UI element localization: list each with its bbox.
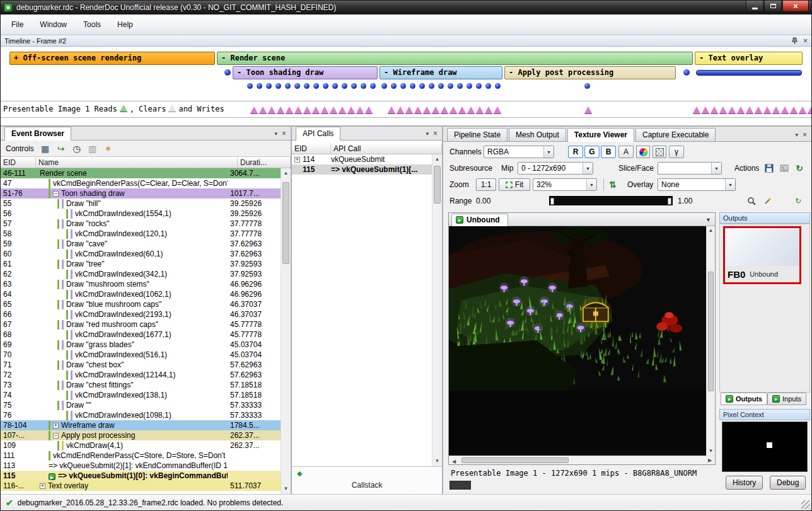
timeline-marker-bar[interactable]: - Apply post processing [504,66,676,79]
draw-event-dot[interactable] [370,83,376,89]
minimize-button[interactable] [746,1,763,12]
event-row[interactable]: 71Draw "chest box"57.62963 [1,360,281,370]
scroll-left-icon[interactable]: ◀ [449,457,459,466]
expander-icon[interactable]: − [53,191,59,197]
refresh-icon[interactable]: ↻ [792,162,806,175]
draw-event-dot[interactable] [438,83,444,89]
write-marker-icon[interactable] [414,106,422,113]
pin-icon[interactable] [791,37,798,45]
write-marker-icon[interactable] [808,106,811,113]
range-black-handle[interactable] [550,198,554,205]
column-eid[interactable]: EID [1,157,36,168]
event-row[interactable]: 60vkCmdDrawIndexed(60,1)37.62963 [1,249,281,259]
texture-viewport[interactable] [449,226,706,456]
event-row[interactable]: 67Draw "red mushroom caps"45.77778 [1,319,281,330]
write-marker-icon[interactable] [799,106,806,113]
write-marker-icon[interactable] [763,106,771,113]
event-row[interactable]: 69Draw "grass blades"45.03704 [1,340,281,350]
write-marker-icon[interactable] [388,106,395,113]
event-span-bar[interactable] [696,70,802,76]
draw-event-dot[interactable] [224,69,231,76]
write-marker-icon[interactable] [755,106,762,113]
draw-event-dot[interactable] [467,83,472,89]
event-row[interactable]: 74vkCmdDrawIndexed(138,1)57.18518 [1,390,281,400]
autofit-wand-icon[interactable] [761,195,775,207]
expander-icon[interactable]: − [53,433,59,439]
tab-inputs[interactable]: ▸Inputs [767,393,806,405]
event-row[interactable]: 56vkCmdDrawIndexed(1554,1)39.25926 [1,209,281,219]
event-row[interactable]: 58vkCmdDrawIndexed(120,1)37.77778 [1,229,281,239]
draw-event-dot[interactable] [332,83,338,89]
write-marker-icon[interactable] [423,106,431,113]
api-call-row[interactable]: 115=> vkQueueSubmit(1)[... [292,164,432,175]
write-marker-icon[interactable] [312,106,320,113]
write-marker-icon[interactable] [693,106,700,113]
write-marker-icon[interactable] [347,106,355,113]
zoom-1to1-button[interactable]: 1:1 [476,178,496,191]
expander-icon[interactable]: + [294,157,300,163]
write-marker-icon[interactable] [277,106,284,113]
draw-event-dot[interactable] [351,83,357,89]
draw-event-dot[interactable] [400,83,406,89]
channel-r-button[interactable]: R [568,146,583,158]
draw-event-dot[interactable] [276,83,281,89]
event-browser-menu-icon[interactable]: ▾ [274,130,277,137]
write-marker-icon[interactable] [268,106,276,113]
timeline-marker-bar[interactable]: - Render scene [217,52,693,65]
timeline-content[interactable]: Presentable Image 1 Reads, Clearsand Wri… [1,47,811,125]
write-marker-icon[interactable] [790,106,798,113]
menu-help[interactable]: Help [109,17,141,32]
draw-event-dot[interactable] [683,69,690,76]
event-row[interactable]: 62vkCmdDrawIndexed(342,1)37.92593 [1,269,281,279]
scroll-right-icon[interactable]: ▶ [705,456,715,465]
time-draws-icon[interactable]: ◷ [71,143,83,154]
tab-event-browser[interactable]: Event Browser [4,127,71,141]
scroll-down-icon[interactable]: ▼ [432,456,442,466]
expander-icon[interactable]: + [53,423,59,428]
timeline-marker-bar[interactable]: - Toon shading draw [233,66,378,79]
scrollbar-thumb[interactable] [461,457,569,463]
api-calls-menu-icon[interactable]: ▾ [426,130,429,137]
write-marker-icon[interactable] [294,106,302,113]
draw-event-dot[interactable] [257,83,262,89]
column-api-call[interactable]: API Call [331,143,442,154]
event-row[interactable]: 78-104+Wireframe draw1784.5... [1,420,281,430]
resize-grip[interactable] [801,500,810,509]
timeline-marker-bar[interactable]: - Text overlay [695,52,803,65]
write-marker-icon[interactable] [339,106,346,113]
texture-hscrollbar[interactable]: ◀ ▶ [449,456,715,464]
write-marker-icon[interactable] [772,106,780,113]
tab-mesh-output[interactable]: Mesh Output [509,128,566,141]
event-row[interactable]: 76vkCmdDrawIndexed(1098,1)57.33333 [1,410,281,420]
event-row[interactable]: 47vkCmdBeginRenderPass(C=Clear, D=Clear,… [1,178,281,188]
fit-button[interactable]: Fit [499,178,530,191]
draw-event-dot[interactable] [476,83,482,89]
write-marker-icon[interactable] [728,106,736,113]
draw-event-dot[interactable] [285,83,291,89]
event-row[interactable]: 115▶=> vkQueueSubmit(1)[0]: vkBeginComma… [1,471,281,481]
jump-to-event-icon[interactable]: ↪ [55,143,67,154]
channel-g-button[interactable]: G [584,146,600,158]
reset-range-icon[interactable]: ↻ [791,195,805,207]
event-row[interactable]: 111vkCmdEndRenderPass(C=Store, D=Store, … [1,451,281,461]
slice-face-dropdown[interactable]: ▼ [658,162,722,175]
event-row[interactable]: 65Draw "blue mushroom caps"46.37037 [1,299,281,309]
range-slider[interactable] [549,196,673,205]
timeline-close-icon[interactable]: × [803,37,808,45]
event-row[interactable]: 66vkCmdDrawIndexed(2193,1)46.37037 [1,309,281,319]
menu-file[interactable]: File [3,17,32,32]
write-marker-icon[interactable] [259,106,267,113]
write-marker-icon[interactable] [450,106,457,113]
scroll-up-icon[interactable]: ▲ [432,154,442,164]
write-marker-icon[interactable] [458,106,466,113]
expander-icon[interactable]: + [40,483,45,489]
api-calls-scrollbar[interactable]: ▲ ▼ [432,154,442,466]
api-call-row[interactable]: +114vkQueueSubmit [292,154,432,164]
channels-dropdown[interactable]: RGBA▼ [484,146,554,158]
draw-event-dot[interactable] [381,83,387,89]
flip-y-icon[interactable]: ⇅ [606,178,620,191]
tab-outputs[interactable]: ▸Outputs [721,393,767,405]
draw-event-dot[interactable] [391,83,397,89]
tab-pipeline-state[interactable]: Pipeline State [447,128,508,141]
event-browser-close-icon[interactable]: × [282,129,286,138]
